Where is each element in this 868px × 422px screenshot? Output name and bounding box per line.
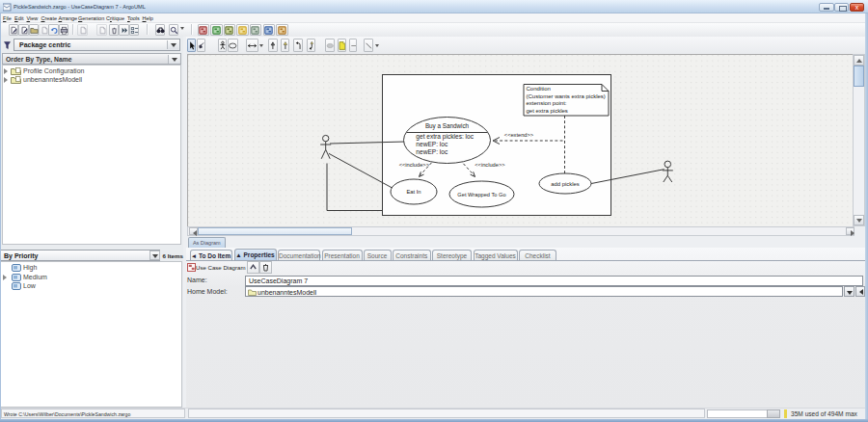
svg-text:extension point:: extension point: <box>527 100 567 106</box>
svg-text:Condition: Condition <box>527 86 551 92</box>
svg-text:get extra pickles: loc: get extra pickles: loc <box>416 133 474 141</box>
svg-text:Get Wrapped To Go: Get Wrapped To Go <box>457 192 505 198</box>
svg-text:Eat In: Eat In <box>406 189 420 195</box>
svg-text:add pickles: add pickles <box>551 181 580 187</box>
svg-text:<<include>>: <<include>> <box>475 162 505 168</box>
svg-text:(Customer wants extra pickles): (Customer wants extra pickles) <box>527 93 606 99</box>
svg-text:<<extend>>: <<extend>> <box>504 132 534 138</box>
svg-text:Buy a Sandwich: Buy a Sandwich <box>425 122 470 130</box>
svg-text:<<include>>: <<include>> <box>399 162 430 168</box>
svg-text:get extra pickles: get extra pickles <box>527 108 568 114</box>
svg-text:newEP: loc: newEP: loc <box>416 148 448 155</box>
svg-text:newEP: loc: newEP: loc <box>416 141 448 147</box>
